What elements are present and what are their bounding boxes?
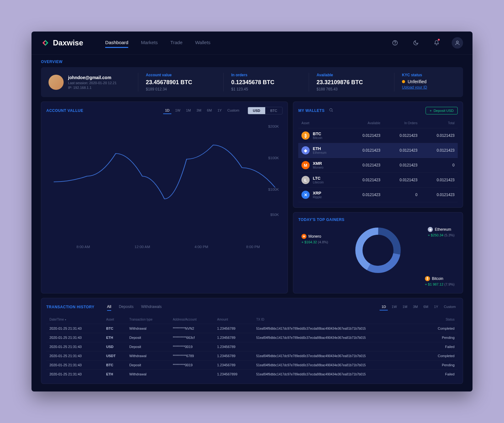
tx-range-6m[interactable]: 6M [421,304,430,310]
header-actions [389,37,463,49]
tx-address: *********NVN2 [169,324,214,333]
gainer-bitcoin: ₿Bitcoin + $1 987.12 (7.9%) [425,276,455,286]
tx-col-transaction-type[interactable]: Transaction type [126,315,170,324]
tx-col-address-account[interactable]: Address/Account [169,315,214,324]
stat-available: Available 23.32109876 BTC $188 765.43 [317,73,387,91]
tx-row[interactable]: 2020-01-25 21:31:43BTCWithdrawal********… [46,324,458,333]
currency-btc[interactable]: BTC [265,107,282,114]
nav-markets[interactable]: Markets [141,38,158,48]
currency-usd[interactable]: USD [248,107,265,114]
svg-text:4:00 PM: 4:00 PM [194,245,208,249]
col-total[interactable]: Total [421,119,458,128]
user-email: johndoe@gmail.com [68,75,117,80]
svg-text:12:00 AM: 12:00 AM [135,245,150,249]
profile-icon[interactable] [452,37,463,49]
range-custom[interactable]: Custom [226,107,241,114]
tx-range-1y[interactable]: 1Y [432,304,440,310]
last-session: Last session: 2020-01-20 12.21 [68,81,117,85]
tx-range-1w[interactable]: 1W [390,304,399,310]
tx-type: Withdrawal [126,324,170,333]
stat-label: Account value [146,73,216,77]
tx-amount: 1.23456789 [214,351,253,361]
tx-col-tx-id[interactable]: TX ID [253,315,424,324]
logo-icon [41,38,50,47]
asset-symbol: XRP [313,191,322,195]
tx-row[interactable]: 2020-01-25 21:31:43USDTWithdrawal*******… [46,351,458,361]
range-1w[interactable]: 1W [173,107,182,114]
tx-tab-withdrawals[interactable]: Withdrawals [141,303,162,311]
asset-name: Monero [313,166,324,169]
tx-status: Pending [424,333,458,342]
col-in-orders[interactable]: In Orders [383,119,421,128]
status-dot-icon [402,80,405,83]
svg-text:$100K: $100K [268,156,279,160]
notifications-icon[interactable] [431,37,442,49]
panel-title: TRANSACTION HISTORY [46,305,94,309]
kyc-upload-link[interactable]: Upload your ID [402,85,455,90]
help-icon[interactable] [389,37,401,49]
range-1m[interactable]: 1M [184,107,193,114]
stat-label: In orders [231,73,301,77]
tx-range-1m[interactable]: 1M [401,304,409,310]
tx-row[interactable]: 2020-01-25 21:31:43USDDeposit*********00… [46,342,458,351]
wallets-panel: MY WALLETS +Deposit USD AssetAvailableIn… [293,101,463,208]
stat-sub: $1 123.45 [231,87,301,91]
chart-area: $200K $100K $100K $50K 8:00 AM 12:00 AM … [46,119,283,251]
wallets-table: AssetAvailableIn OrdersTotal ₿BTCBitcoin… [298,119,458,202]
tx-range-1d[interactable]: 1D [380,304,388,310]
tx-type: Withdrawal [126,351,170,361]
tx-tab-deposits[interactable]: Deposits [119,303,134,311]
tx-row[interactable]: 2020-01-25 21:31:43ETHWithdrawal1.234567… [46,370,458,379]
range-3m[interactable]: 3M [195,107,203,114]
wallet-row-eth[interactable]: ◆ETHEthereum0.01214230.01214230.0121423 [298,143,458,158]
chart-controls: 1D1W1M3M6M1YCustomUSDBTC [163,107,283,114]
search-icon[interactable] [329,108,333,113]
avatar[interactable] [49,75,64,90]
ethereum-icon: ◆ [428,227,433,232]
tx-amount: 1.23456789 [214,342,253,351]
tx-col-amount[interactable]: Amount [214,315,253,324]
nav-dashboard[interactable]: Dashboard [105,38,128,48]
wallet-row-xrp[interactable]: ✕XRPRipple0.012142300.0121423 [298,188,458,202]
asset-name: Ethereum [313,151,326,154]
tx-id: 51eaf04f9dbbc1417dc97e789edd0c37ecda88ba… [253,351,424,361]
col-available[interactable]: Available [346,119,384,128]
cell-in-orders: 0.0121423 [383,128,421,143]
cell-total: 0 [421,158,458,173]
tx-col-date-time[interactable]: Date/Time▾ [46,315,103,324]
col-asset[interactable]: Asset [298,119,346,128]
tx-range-custom[interactable]: Custom [442,304,458,310]
svg-text:$50K: $50K [270,213,279,217]
tx-range-3m[interactable]: 3M [411,304,420,310]
logo: Daxwise [41,38,83,47]
deposit-button[interactable]: +Deposit USD [426,107,458,114]
wallet-row-btc[interactable]: ₿BTCBitcoin0.01214230.01214230.0121423 [298,128,458,143]
gainer-ethereum: ◆Ethereum + $250.34 (5.3%) [428,227,455,237]
wallet-row-ltc[interactable]: ŁLTCLitecoin0.01214230.01214230.0121423 [298,173,458,188]
eth-icon: ◆ [301,146,310,154]
tx-date: 2020-01-25 21:31:43 [46,361,103,370]
kyc-label: KYC status [402,73,455,77]
tx-type: Deposit [126,342,170,351]
stat-label: Available [317,73,387,77]
tx-status: Failed [424,342,458,351]
range-1d[interactable]: 1D [163,107,171,114]
range-6m[interactable]: 6M [205,107,214,114]
tx-asset: BTC [103,361,126,370]
xrp-icon: ✕ [301,191,310,199]
tx-row[interactable]: 2020-01-25 21:31:43ETHDeposit**********6… [46,333,458,342]
tx-row[interactable]: 2020-01-25 21:31:43BTCDeposit*********00… [46,361,458,370]
app-window: Daxwise DashboardMarketsTradeWallets OVE… [32,32,472,391]
tx-col-status[interactable]: Status [424,315,458,324]
nav-trade[interactable]: Trade [170,38,183,48]
tx-tab-all[interactable]: All [107,303,111,311]
wallet-row-xmr[interactable]: MXMRMonero0.01214230.01214230 [298,158,458,173]
transactions-panel: TRANSACTION HISTORY AllDepositsWithdrawa… [41,298,463,384]
overview-card: johndoe@gmail.com Last session: 2020-01-… [41,67,463,97]
nav-wallets[interactable]: Wallets [195,38,210,48]
theme-icon[interactable] [410,37,421,49]
range-1y[interactable]: 1Y [215,107,223,114]
tx-date: 2020-01-25 21:31:43 [46,342,103,351]
tx-col-asset[interactable]: Asset [103,315,126,324]
wallets-header: MY WALLETS +Deposit USD [298,107,458,114]
